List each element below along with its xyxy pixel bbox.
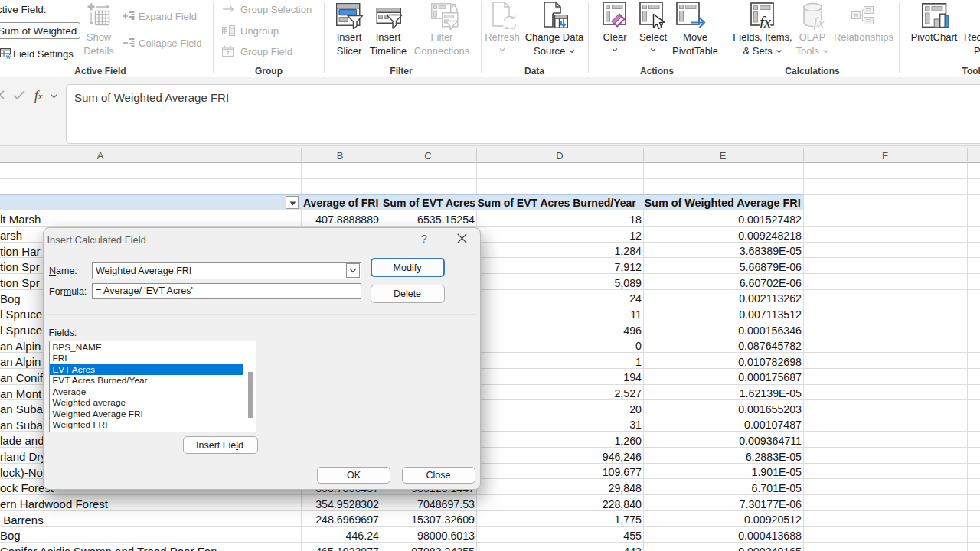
svg-text:7: 7 xyxy=(226,50,230,57)
svg-text:fx: fx xyxy=(813,14,825,30)
svg-text:fx: fx xyxy=(760,13,772,28)
